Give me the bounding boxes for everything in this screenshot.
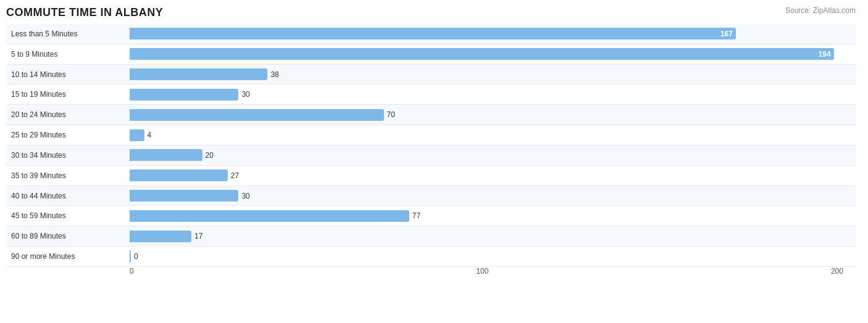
bar-fill: 167: [130, 28, 736, 39]
chart-container: COMMUTE TIME IN ALBANY Source: ZipAtlas.…: [0, 0, 868, 323]
x-axis-label: 0: [130, 267, 134, 276]
bar-label: 40 to 44 Minutes: [6, 192, 130, 200]
bar-track: 0: [130, 250, 856, 262]
bar-label: 5 to 9 Minutes: [6, 50, 130, 59]
x-axis-label: 100: [476, 267, 488, 276]
bar-label: 90 or more Minutes: [6, 252, 130, 261]
bar-fill: [130, 89, 238, 100]
table-row: Less than 5 Minutes167: [6, 24, 856, 44]
table-row: 25 to 29 Minutes4: [6, 125, 856, 145]
bar-label: 35 to 39 Minutes: [6, 171, 130, 180]
chart-area: Less than 5 Minutes1675 to 9 Minutes1941…: [6, 24, 856, 285]
x-axis-label: 200: [831, 267, 843, 276]
bar-track: 194: [130, 48, 856, 60]
bar-fill: [130, 109, 384, 121]
bar-value: 194: [819, 50, 831, 59]
bar-track: 77: [130, 210, 856, 222]
bar-label: Less than 5 Minutes: [6, 30, 130, 38]
bar-label: 20 to 24 Minutes: [6, 110, 130, 119]
bar-value: 0: [134, 252, 138, 261]
bar-fill: [130, 250, 131, 262]
bar-fill: [130, 149, 202, 161]
bar-fill: [130, 68, 267, 80]
bar-track: 30: [130, 89, 856, 100]
bar-value: 167: [720, 30, 733, 38]
bar-label: 25 to 29 Minutes: [6, 131, 130, 139]
table-row: 5 to 9 Minutes194: [6, 44, 856, 65]
bar-fill: [130, 170, 228, 181]
table-row: 30 to 34 Minutes20: [6, 145, 856, 166]
bar-value: 30: [241, 90, 249, 99]
bar-label: 45 to 59 Minutes: [6, 211, 130, 220]
bar-track: 70: [130, 109, 856, 121]
table-row: 40 to 44 Minutes30: [6, 186, 856, 206]
bar-track: 167: [130, 28, 856, 39]
bar-track: 4: [130, 129, 856, 141]
bar-fill: [130, 210, 409, 222]
bar-fill: [130, 129, 144, 141]
bar-value: 20: [206, 151, 214, 160]
bar-track: 20: [130, 149, 856, 161]
bar-label: 15 to 19 Minutes: [6, 90, 130, 99]
table-row: 45 to 59 Minutes77: [6, 206, 856, 226]
table-row: 90 or more Minutes0: [6, 247, 856, 267]
bar-value: 4: [148, 131, 152, 139]
bars-wrapper: Less than 5 Minutes1675 to 9 Minutes1941…: [6, 24, 856, 267]
table-row: 60 to 89 Minutes17: [6, 226, 856, 247]
table-row: 35 to 39 Minutes27: [6, 166, 856, 186]
table-row: 20 to 24 Minutes70: [6, 105, 856, 125]
bar-value: 38: [270, 70, 278, 79]
bar-value: 30: [241, 192, 249, 200]
bar-fill: [130, 231, 191, 242]
source-label: Source: ZipAtlas.com: [785, 6, 856, 15]
bar-fill: 194: [130, 48, 834, 60]
bar-track: 17: [130, 231, 856, 242]
bar-value: 27: [231, 171, 239, 180]
table-row: 10 to 14 Minutes38: [6, 65, 856, 85]
chart-title: COMMUTE TIME IN ALBANY: [6, 6, 856, 19]
bar-value: 70: [387, 110, 395, 119]
bar-value: 17: [194, 232, 202, 240]
table-row: 15 to 19 Minutes30: [6, 84, 856, 105]
x-axis: 0100200: [130, 267, 856, 285]
bar-label: 30 to 34 Minutes: [6, 151, 130, 160]
bar-value: 77: [412, 211, 420, 220]
bar-track: 27: [130, 170, 856, 181]
bar-track: 30: [130, 190, 856, 202]
bar-fill: [130, 190, 238, 202]
bar-label: 10 to 14 Minutes: [6, 70, 130, 79]
bar-label: 60 to 89 Minutes: [6, 232, 130, 240]
bar-track: 38: [130, 68, 856, 80]
